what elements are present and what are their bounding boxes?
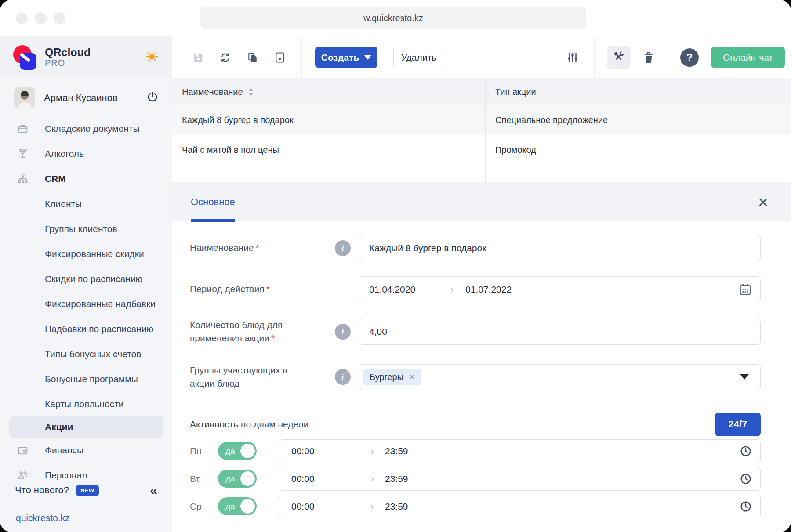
time-range-input[interactable]: 00:00 › 23:59 <box>279 495 761 518</box>
filter-sliders-icon[interactable] <box>566 51 579 64</box>
whats-new-link[interactable]: Что нового? <box>15 485 69 496</box>
browser-bar: w.quickresto.kz <box>0 0 791 36</box>
clock-icon[interactable] <box>739 445 752 458</box>
time-range-input[interactable]: 00:00 › 23:59 <box>279 439 761 463</box>
archive-box-icon <box>16 123 30 135</box>
org-chart-icon <box>16 173 30 185</box>
calendar-icon[interactable] <box>738 282 752 297</box>
date-range-input[interactable]: 01.04.2020 › 01.07.2022 <box>359 276 761 302</box>
export-icon[interactable] <box>273 51 287 64</box>
online-chat-button[interactable]: Онлайн-чат <box>711 47 785 68</box>
app-plan: PRO <box>45 58 145 68</box>
sidebar-item-finance[interactable]: Финансы <box>0 438 172 463</box>
table-row[interactable]: Чай с мятой в пол цены Промокод <box>172 135 791 165</box>
date-from[interactable]: 01.04.2020 <box>369 284 450 295</box>
quantity-input[interactable] <box>359 319 761 345</box>
groups-multiselect[interactable]: Бургеры × <box>359 364 761 390</box>
day-toggle[interactable]: да <box>218 470 257 488</box>
day-row-tuesday: Вт да 00:00 › 23:59 <box>190 466 761 492</box>
create-button[interactable]: Создать <box>315 47 377 68</box>
time-from[interactable]: 00:00 <box>291 501 370 512</box>
theme-brightness-icon[interactable] <box>145 50 159 65</box>
app-window: w.quickresto.kz QRcloud PRO <box>0 0 791 532</box>
day-toggle[interactable]: да <box>218 442 257 460</box>
sidebar-item-label: Алкоголь <box>45 148 84 159</box>
window-controls <box>16 12 65 24</box>
table-row[interactable]: Каждый 8 бургер в подарок Специальное пр… <box>172 105 791 135</box>
sidebar-item-promotions[interactable]: Акции <box>9 416 163 438</box>
url-text: w.quickresto.kz <box>363 13 423 23</box>
all-day-badge[interactable]: 24/7 <box>715 413 761 436</box>
cocktail-glass-icon <box>16 148 30 160</box>
qrcloud-logo <box>13 45 38 70</box>
promo-name-input[interactable] <box>359 235 761 261</box>
toggle-knob <box>240 444 255 458</box>
field-name: Наименование* i <box>190 235 761 261</box>
time-from[interactable]: 00:00 <box>291 446 370 456</box>
time-to[interactable]: 23:59 <box>385 501 464 512</box>
new-badge: NEW <box>76 485 99 496</box>
sidebar-item-client-groups[interactable]: Группы клиентов <box>0 216 172 241</box>
close-panel-icon[interactable]: × <box>758 193 768 211</box>
help-button[interactable]: ? <box>680 48 699 67</box>
remove-chip-icon[interactable]: × <box>409 372 415 382</box>
logout-power-icon[interactable] <box>146 90 159 105</box>
tab-general[interactable]: Основное <box>191 182 235 222</box>
sidebar-item-warehouse-docs[interactable]: Складские документы <box>0 116 172 141</box>
user-row[interactable]: Арман Кусаинов <box>0 83 172 113</box>
day-toggle[interactable]: да <box>218 497 257 515</box>
save-icon[interactable] <box>192 51 205 64</box>
chevron-right-icon: › <box>370 500 374 513</box>
window-zoom-button[interactable] <box>54 12 65 24</box>
copy-icon[interactable] <box>246 51 259 64</box>
time-to[interactable]: 23:59 <box>385 446 464 456</box>
sort-icon[interactable] <box>248 88 254 96</box>
address-bar[interactable]: w.quickresto.kz <box>200 7 586 29</box>
field-groups: Группы участвующих в акции блюд i Бургер… <box>190 364 761 391</box>
toolbar: Создать Удалить <box>172 36 791 78</box>
quickresto-link[interactable]: quickresto.kz <box>16 513 70 523</box>
sidebar: QRcloud PRO <box>0 36 172 532</box>
time-range-input[interactable]: 00:00 › 23:59 <box>279 467 761 491</box>
clock-icon[interactable] <box>739 472 752 485</box>
hammer-wrench-icon <box>612 50 625 65</box>
sidebar-item-loyalty-cards[interactable]: Карты лояльности <box>0 391 172 416</box>
dropdown-caret-icon[interactable] <box>740 374 749 380</box>
sidebar-item-alcohol[interactable]: Алкоголь <box>0 141 172 166</box>
clock-icon[interactable] <box>739 500 752 513</box>
activity-row: Активность по дням недели 24/7 <box>190 413 761 436</box>
sidebar-header: QRcloud PRO <box>0 36 172 78</box>
whats-new-row: Что нового? NEW « <box>0 477 172 504</box>
time-from[interactable]: 00:00 <box>291 474 370 484</box>
delete-button[interactable]: Удалить <box>393 47 444 68</box>
sidebar-item-bonus-account-types[interactable]: Типы бонусных счетов <box>0 341 172 366</box>
info-icon[interactable]: i <box>335 240 351 256</box>
window-close-button[interactable] <box>16 12 28 24</box>
date-to[interactable]: 01.07.2022 <box>465 284 547 295</box>
trash-icon[interactable] <box>642 51 655 64</box>
collapse-sidebar-icon[interactable]: « <box>150 484 157 497</box>
toggle-knob <box>240 499 255 514</box>
sidebar-item-scheduled-surcharges[interactable]: Надбавки по расписанию <box>0 316 172 341</box>
sidebar-item-scheduled-discounts[interactable]: Скидки по расписанию <box>0 266 172 291</box>
sidebar-item-bonus-programs[interactable]: Бонусные программы <box>0 366 172 391</box>
info-icon[interactable]: i <box>335 324 351 340</box>
sidebar-item-crm[interactable]: CRM <box>0 166 172 191</box>
table-gap <box>172 165 791 182</box>
main-area: Создать Удалить <box>172 36 791 532</box>
sidebar-item-fixed-discounts[interactable]: Фиксированные скидки <box>0 241 172 266</box>
column-header-name[interactable]: Наименование <box>182 87 243 97</box>
info-icon[interactable]: i <box>335 369 351 385</box>
window-minimize-button[interactable] <box>35 12 47 24</box>
table-header: Наименование Тип акции <box>172 78 791 105</box>
app-title: QRcloud <box>45 47 145 58</box>
sidebar-item-fixed-surcharges[interactable]: Фиксированные надбавки <box>0 291 172 316</box>
sidebar-footer: Что нового? NEW « quickresto.kz <box>0 477 172 532</box>
time-to[interactable]: 23:59 <box>385 474 464 484</box>
tools-button[interactable] <box>607 46 631 69</box>
avatar <box>14 87 35 109</box>
sidebar-item-clients[interactable]: Клиенты <box>0 191 172 216</box>
refresh-icon[interactable] <box>219 51 232 64</box>
detail-tabbar: Основное × <box>172 182 791 221</box>
day-row-monday: Пн да 00:00 › 23:59 <box>190 438 761 464</box>
